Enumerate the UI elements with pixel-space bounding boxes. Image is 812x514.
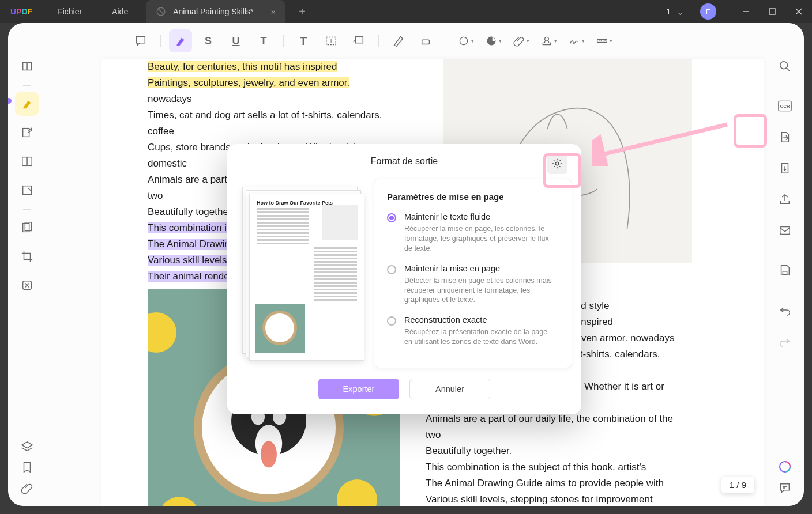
comment-tool[interactable] <box>129 29 152 52</box>
cancel-button[interactable]: Annuler <box>409 379 490 399</box>
text-line: Various skill levels, stepping stones fo… <box>426 492 679 506</box>
textbox-tool[interactable]: T <box>319 29 343 52</box>
document-tab[interactable]: Animal Painting Skills* × <box>146 0 285 23</box>
svg-text:T: T <box>329 38 333 44</box>
dialog-footer: Exporter Annuler <box>227 379 581 414</box>
separator <box>781 292 789 292</box>
layout-options: Paramètres de mise en page Maintenir le … <box>374 179 572 368</box>
shape-tool[interactable]: ▾ <box>454 29 478 52</box>
window-count[interactable]: 1 <box>664 7 673 16</box>
text-line: Beauty, for centuries, this motif has in… <box>148 59 396 75</box>
organize-pages-button[interactable] <box>15 216 39 240</box>
ai-button[interactable] <box>778 460 792 474</box>
dialog-title: Format de sortie <box>371 156 438 167</box>
options-section-title: Paramètres de mise en page <box>387 192 559 202</box>
redact-tool-button[interactable] <box>15 273 39 297</box>
titlebar: UPDF Fichier Aide Animal Painting Skills… <box>0 0 812 23</box>
chevron-down-icon[interactable]: ⌄ <box>676 6 684 17</box>
separator <box>23 209 31 210</box>
left-bottom-toolbar <box>14 440 40 502</box>
page-indicator[interactable]: 1 / 9 <box>721 477 754 493</box>
preview-pane: How to Draw Our Favorite Pets <box>227 179 374 368</box>
separator <box>781 252 789 252</box>
radio-icon[interactable] <box>387 265 396 274</box>
underline-tool[interactable]: U <box>224 29 247 52</box>
eraser-tool[interactable] <box>415 29 438 52</box>
svg-point-8 <box>545 37 549 41</box>
page-tools-button[interactable] <box>15 149 39 173</box>
menu-file[interactable]: Fichier <box>43 7 97 16</box>
scroll-thumb[interactable] <box>8 98 12 104</box>
signature-tool[interactable]: ▾ <box>565 29 588 52</box>
edit-mode-button[interactable] <box>15 120 39 145</box>
separator <box>446 35 446 47</box>
right-toolbar: OCR <box>772 54 798 360</box>
layers-button[interactable] <box>21 440 33 453</box>
separator <box>23 85 31 86</box>
tab-close-icon[interactable]: × <box>271 7 276 17</box>
measure-tool[interactable]: ▾ <box>593 29 616 52</box>
option-description: Récupérez la présentation exacte de la p… <box>404 327 554 347</box>
separator <box>378 35 379 47</box>
comments-panel-button[interactable] <box>779 482 791 494</box>
undo-button[interactable] <box>773 298 797 322</box>
annotation-toolbar: S U T T T ▾ ▾ ▾ ▾ ▾ ▾ <box>129 29 616 53</box>
email-button[interactable] <box>773 218 797 243</box>
svg-point-27 <box>555 162 558 165</box>
minimize-button[interactable] <box>732 0 759 23</box>
svg-rect-9 <box>597 40 607 43</box>
workarea: S U T T T ▾ ▾ ▾ ▾ ▾ ▾ <box>8 23 804 506</box>
text-tool[interactable]: T <box>292 29 315 52</box>
text-line: The Animal Drawing Guide aims to provide… <box>426 475 679 492</box>
menu-help[interactable]: Aide <box>97 7 143 16</box>
squiggly-tool[interactable]: T <box>252 29 275 52</box>
export-button[interactable] <box>773 125 797 149</box>
radio-icon[interactable] <box>387 213 396 222</box>
highlight-tool[interactable] <box>169 29 192 52</box>
close-button[interactable] <box>785 0 812 23</box>
settings-gear-button[interactable] <box>547 153 567 174</box>
option-description: Détecter la mise en page et les colonnes… <box>404 276 554 305</box>
svg-point-17 <box>780 62 788 69</box>
preview-page-front: How to Draw Our Favorite Pets <box>249 194 364 361</box>
layout-option[interactable]: Maintenir la mise en pageDétecter la mis… <box>387 264 559 305</box>
bookmark-button[interactable] <box>21 461 33 474</box>
crop-tool-button[interactable] <box>15 244 39 269</box>
new-tab-button[interactable]: + <box>299 5 306 18</box>
share-button[interactable] <box>773 187 797 211</box>
save-button[interactable] <box>773 258 797 282</box>
comment-mode-button[interactable] <box>15 92 39 116</box>
user-avatar[interactable]: E <box>700 3 716 20</box>
option-label: Maintenir la mise en page <box>404 264 554 273</box>
text-line: Animals are a part of our daily life, th… <box>426 411 679 443</box>
form-mode-button[interactable] <box>15 178 39 202</box>
compress-button[interactable] <box>773 156 797 180</box>
reader-mode-button[interactable] <box>15 54 39 78</box>
svg-rect-20 <box>780 227 790 235</box>
search-button[interactable] <box>773 54 797 78</box>
strikethrough-tool[interactable]: S <box>197 29 220 52</box>
layout-option[interactable]: Reconstruction exacteRécupérez la présen… <box>387 315 559 347</box>
app-logo: UPDF <box>0 7 43 16</box>
radio-icon[interactable] <box>387 316 396 326</box>
stamp-tool[interactable]: ▾ <box>537 29 561 52</box>
text-line: Paintings, sculptures, jewelry, and even… <box>148 75 396 107</box>
ocr-button[interactable]: OCR <box>773 94 797 118</box>
export-button-primary[interactable]: Exporter <box>318 379 399 399</box>
svg-rect-5 <box>422 40 430 44</box>
attachment-tool[interactable]: ▾ <box>510 29 533 52</box>
svg-rect-11 <box>22 157 27 166</box>
sticker-tool[interactable]: ▾ <box>482 29 505 52</box>
svg-point-6 <box>460 37 467 44</box>
tab-doc-icon <box>156 6 166 17</box>
pencil-tool[interactable] <box>387 29 410 52</box>
separator <box>160 35 161 47</box>
svg-rect-4 <box>356 37 363 43</box>
layout-option[interactable]: Maintenir le texte fluideRécupérer la mi… <box>387 212 559 254</box>
callout-tool[interactable] <box>347 29 370 52</box>
maximize-button[interactable] <box>759 0 785 23</box>
attachment-panel-button[interactable] <box>21 482 33 494</box>
text-line: Beautifully together. <box>426 443 679 459</box>
redo-button[interactable] <box>773 329 797 353</box>
right-bottom-toolbar <box>772 460 798 502</box>
